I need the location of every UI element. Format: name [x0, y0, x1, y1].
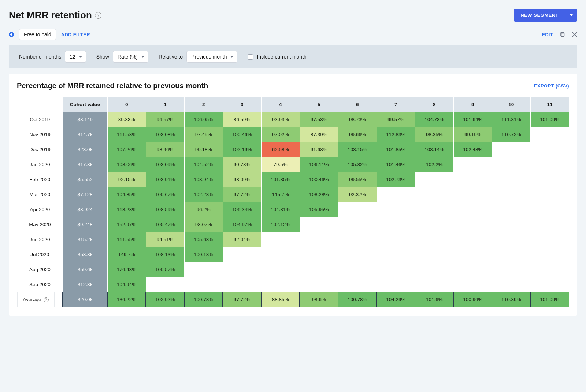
retention-cell: 108.06% [107, 157, 146, 172]
retention-cell: 102.2% [415, 157, 453, 172]
cohort-month-cell: Jul 2020 [17, 247, 63, 262]
retention-cell: 104.73% [415, 112, 453, 127]
cohort-month-cell: Apr 2020 [17, 202, 63, 217]
retention-cell: 107.26% [107, 142, 146, 157]
cohort-month-cell: May 2020 [17, 217, 63, 232]
retention-cell: 112.83% [377, 127, 415, 142]
retention-cell: 100.96% [453, 292, 492, 307]
retention-cell: 104.85% [107, 187, 146, 202]
edit-link[interactable]: EDIT [542, 32, 553, 37]
cohort-value-cell: $59.6k [63, 262, 107, 277]
retention-cell: 110.72% [492, 127, 530, 142]
cohort-month-cell: Jun 2020 [17, 232, 63, 247]
filter-pill-free-to-paid[interactable]: Free to paid [19, 29, 56, 40]
retention-cell: 152.97% [107, 217, 146, 232]
retention-cell: 99.55% [338, 172, 377, 187]
help-icon[interactable]: ? [95, 12, 101, 19]
chevron-down-icon [79, 56, 82, 58]
retention-cell: 101.85% [377, 142, 415, 157]
cohort-value-cell: $9,248 [63, 217, 107, 232]
retention-cell: 86.59% [223, 112, 261, 127]
table-row: Nov 2019$14.7k111.58%103.08%97.45%100.46… [17, 127, 569, 142]
export-csv-link[interactable]: EXPORT (CSV) [534, 83, 569, 89]
retention-cell: 104.94% [107, 277, 146, 292]
page-title: Net MRR retention ? [9, 10, 101, 21]
retention-cell: 101.6% [415, 292, 453, 307]
retention-cell: 102.48% [453, 142, 492, 157]
period-header: 11 [530, 97, 569, 112]
cohort-value-cell: $15.2k [63, 232, 107, 247]
retention-cell: 98.35% [415, 127, 453, 142]
period-header: 1 [146, 97, 184, 112]
retention-cell: 100.78% [338, 292, 377, 307]
cohort-month-cell: Average? [17, 292, 55, 307]
chevron-down-icon [141, 56, 144, 58]
retention-cell: 99.19% [453, 127, 492, 142]
retention-cell: 111.31% [492, 112, 530, 127]
retention-cell: 79.5% [261, 157, 300, 172]
retention-cell: 98.73% [338, 112, 377, 127]
retention-cell: 101.46% [377, 157, 415, 172]
period-header: 0 [107, 97, 146, 112]
retention-cell: 100.46% [300, 172, 338, 187]
retention-cell: 105.82% [338, 157, 377, 172]
close-icon[interactable] [572, 32, 577, 37]
retention-cell: 101.09% [530, 112, 569, 127]
cohort-value-cell: $7,128 [63, 187, 107, 202]
retention-cell: 99.57% [377, 112, 415, 127]
add-filter-link[interactable]: ADD FILTER [61, 32, 90, 37]
cohort-month-cell: Jan 2020 [17, 157, 63, 172]
copy-icon[interactable] [560, 31, 565, 37]
table-row: Oct 2019$8,14989.33%96.57%106.05%86.59%9… [17, 112, 569, 127]
table-row-average: Average?$20.0k136.22%102.92%100.78%97.72… [17, 292, 569, 307]
retention-cell: 100.46% [223, 127, 261, 142]
retention-cell: 108.13% [146, 247, 184, 262]
retention-cell: 92.04% [223, 232, 261, 247]
retention-cell: 102.92% [146, 292, 184, 307]
controls-bar: Number of months 12 Show Rate (%) Relati… [9, 45, 577, 68]
retention-cell: 103.15% [338, 142, 377, 157]
cohort-value-cell: $20.0k [63, 292, 107, 307]
months-select[interactable]: 12 [65, 51, 86, 63]
new-segment-button[interactable]: NEW SEGMENT [514, 9, 565, 22]
retention-cell: 176.43% [107, 262, 146, 277]
chevron-down-icon [230, 56, 233, 58]
retention-cell: 87.39% [300, 127, 338, 142]
retention-cell: 108.94% [184, 172, 223, 187]
table-row: Sep 2020$12.3k104.94% [17, 277, 569, 292]
cohort-month-cell: Feb 2020 [17, 172, 63, 187]
retention-cell: 113.28% [107, 202, 146, 217]
relative-select[interactable]: Previous month [186, 51, 237, 63]
retention-cell: 96.2% [184, 202, 223, 217]
include-current-checkbox[interactable] [248, 54, 253, 60]
retention-cell: 94.51% [146, 232, 184, 247]
period-header: 10 [492, 97, 530, 112]
show-select[interactable]: Rate (%) [113, 51, 148, 63]
cohort-month-cell: Nov 2019 [17, 127, 63, 142]
cohort-month-cell: Mar 2020 [17, 187, 63, 202]
retention-cell: 105.47% [146, 217, 184, 232]
retention-cell: 136.22% [107, 292, 146, 307]
help-icon[interactable]: ? [44, 297, 49, 302]
retention-cell: 93.93% [261, 112, 300, 127]
cohort-value-cell: $14.7k [63, 127, 107, 142]
page-title-text: Net MRR retention [9, 10, 92, 21]
retention-cell: 97.72% [223, 187, 261, 202]
retention-cell: 103.08% [146, 127, 184, 142]
svg-rect-0 [561, 33, 564, 37]
retention-cell: 97.72% [223, 292, 261, 307]
retention-cell: 98.6% [300, 292, 338, 307]
retention-cell: 105.95% [300, 202, 338, 217]
cohort-month-cell: Dec 2019 [17, 142, 63, 157]
new-segment-dropdown[interactable] [565, 9, 577, 22]
cohort-value-cell: $8,149 [63, 112, 107, 127]
retention-cell: 98.07% [184, 217, 223, 232]
radio-selected-icon[interactable] [9, 32, 14, 37]
retention-cell: 100.18% [184, 247, 223, 262]
retention-cell: 104.29% [377, 292, 415, 307]
table-row: May 2020$9,248152.97%105.47%98.07%104.97… [17, 217, 569, 232]
retention-cell: 106.05% [184, 112, 223, 127]
retention-cell: 149.7% [107, 247, 146, 262]
show-label: Show [96, 54, 109, 60]
retention-cell: 93.09% [223, 172, 261, 187]
